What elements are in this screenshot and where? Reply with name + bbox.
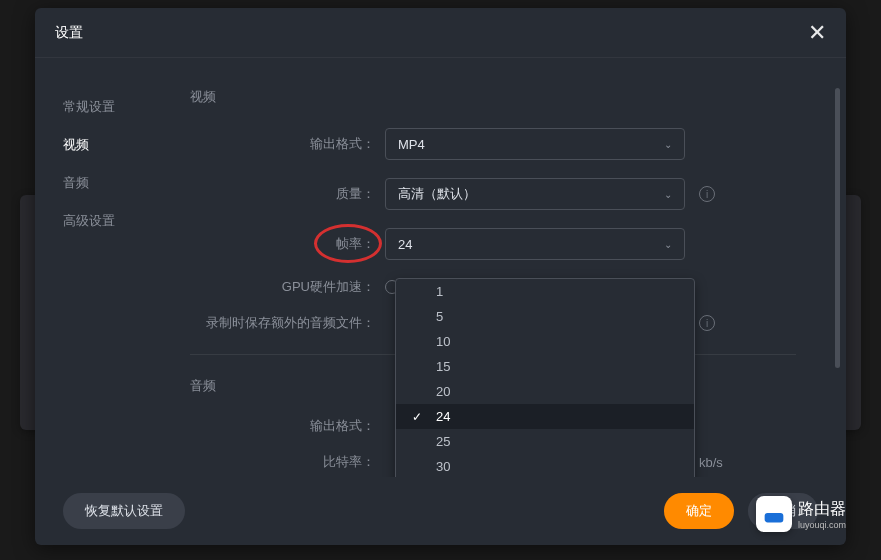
sidebar: 常规设置 视频 音频 高级设置 — [35, 58, 190, 477]
svg-point-2 — [773, 517, 775, 519]
chevron-down-icon: ⌄ — [664, 239, 672, 250]
output-format-label: 输出格式： — [190, 135, 385, 153]
info-icon[interactable]: i — [699, 315, 715, 331]
title-bar: 设置 ✕ — [35, 8, 846, 58]
branding-name: 路由器 — [798, 500, 846, 517]
framerate-select[interactable]: 24 ⌄ — [385, 228, 685, 260]
reset-button[interactable]: 恢复默认设置 — [63, 493, 185, 529]
close-icon[interactable]: ✕ — [808, 20, 826, 46]
chevron-down-icon: ⌄ — [664, 139, 672, 150]
content-panel: 视频 输出格式： MP4 ⌄ 质量： 高清（默认） ⌄ i 帧率： — [190, 58, 846, 477]
output-format-select[interactable]: MP4 ⌄ — [385, 128, 685, 160]
sidebar-item-advanced[interactable]: 高级设置 — [63, 202, 190, 240]
svg-point-1 — [769, 517, 771, 519]
dialog-title: 设置 — [55, 24, 83, 42]
sidebar-item-video[interactable]: 视频 — [63, 126, 190, 164]
framerate-label: 帧率： — [190, 235, 385, 253]
router-icon — [756, 496, 792, 532]
scrollbar[interactable] — [835, 88, 840, 368]
framerate-option-10[interactable]: 10 — [396, 329, 694, 354]
quality-value: 高清（默认） — [398, 185, 476, 203]
bitrate-unit: kb/s — [699, 455, 723, 470]
sidebar-item-audio[interactable]: 音频 — [63, 164, 190, 202]
quality-select[interactable]: 高清（默认） ⌄ — [385, 178, 685, 210]
framerate-option-20[interactable]: 20 — [396, 379, 694, 404]
settings-dialog: 设置 ✕ 常规设置 视频 音频 高级设置 视频 输出格式： MP4 ⌄ 质量： — [35, 8, 846, 545]
gpu-label: GPU硬件加速： — [190, 278, 385, 296]
framerate-option-25[interactable]: 25 — [396, 429, 694, 454]
framerate-option-30[interactable]: 30 — [396, 454, 694, 477]
info-icon[interactable]: i — [699, 186, 715, 202]
framerate-value: 24 — [398, 237, 412, 252]
ok-button[interactable]: 确定 — [664, 493, 734, 529]
output-format-value: MP4 — [398, 137, 425, 152]
branding-badge: 路由器 luyouqi.com — [756, 496, 846, 532]
section-title-video: 视频 — [190, 88, 796, 106]
save-audio-label: 录制时保存额外的音频文件： — [190, 314, 385, 332]
framerate-option-5[interactable]: 5 — [396, 304, 694, 329]
audio-format-label: 输出格式： — [190, 417, 385, 435]
bitrate-label: 比特率： — [190, 453, 385, 471]
framerate-dropdown: 151015202425305060 — [395, 278, 695, 477]
footer: 恢复默认设置 确定 取消 — [35, 477, 846, 545]
branding-sub: luyouqi.com — [798, 520, 846, 530]
framerate-option-1[interactable]: 1 — [396, 279, 694, 304]
framerate-option-15[interactable]: 15 — [396, 354, 694, 379]
quality-label: 质量： — [190, 185, 385, 203]
framerate-option-24[interactable]: 24 — [396, 404, 694, 429]
chevron-down-icon: ⌄ — [664, 189, 672, 200]
sidebar-item-general[interactable]: 常规设置 — [63, 88, 190, 126]
